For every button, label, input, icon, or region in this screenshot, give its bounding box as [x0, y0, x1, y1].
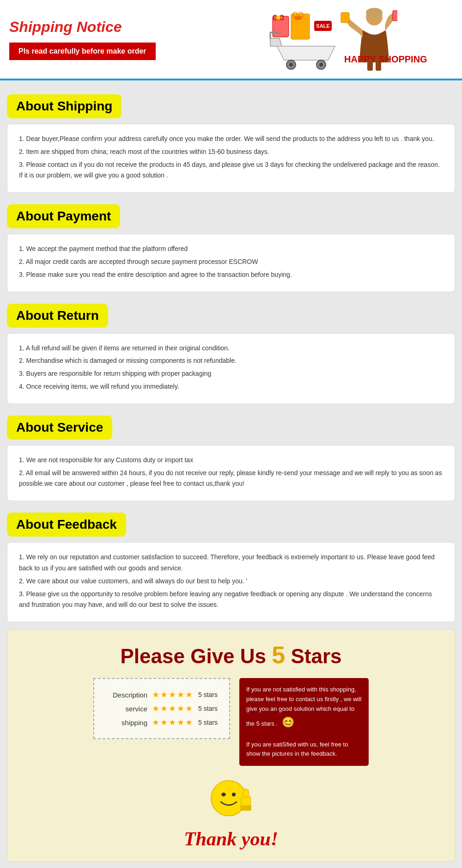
list-item: Dear buyer,Please confirm your address c… — [19, 134, 443, 145]
list-item: All email will be answered within 24 hou… — [19, 468, 443, 490]
page-header: Shipping Notice Pls read carefully befor… — [0, 0, 462, 80]
rating-label-shipping: shipping — [106, 719, 147, 727]
svg-rect-26 — [243, 789, 249, 797]
service-title: About Service — [16, 420, 103, 435]
service-list: We are not responsible for any Customs d… — [19, 455, 443, 489]
list-item: Merchandise which is damaged or missing … — [19, 355, 443, 367]
header-right: SALE HAPPY SHOPPING — [268, 7, 453, 72]
svg-point-11 — [319, 63, 323, 67]
cart-icon: SALE — [268, 7, 342, 72]
list-item: We care about our value customers, and w… — [19, 576, 443, 587]
svg-rect-3 — [276, 16, 280, 19]
payment-list: We accept the payment method that the pl… — [19, 244, 443, 280]
return-title: About Return — [16, 308, 99, 323]
rating-table: Description ★★★★★ 5 stars service ★★★★★ … — [93, 678, 230, 739]
heading-suffix: Stars — [285, 645, 341, 667]
list-item: Item are shipped from china; reach most … — [19, 147, 443, 158]
feedback-header: About Feedback — [7, 513, 126, 537]
svg-point-17 — [366, 8, 383, 17]
svg-rect-18 — [341, 12, 349, 23]
rating-row-shipping: shipping ★★★★★ 5 stars — [106, 717, 218, 727]
list-item: Please give us the opportunity to resolv… — [19, 589, 443, 611]
section-shipping: About Shipping Dear buyer,Please confirm… — [7, 87, 455, 193]
smiley-thumbsup-container — [17, 775, 445, 823]
read-banner: Pls read carefully before make order — [9, 43, 156, 60]
stars-service: ★★★★★ — [152, 703, 194, 714]
stars-description: ★★★★★ — [152, 690, 194, 700]
svg-rect-19 — [393, 11, 397, 21]
header-left: Shipping Notice Pls read carefully befor… — [9, 18, 268, 60]
feedback-content: We rely on our reputation and customer s… — [7, 542, 455, 622]
rating-label-description: Description — [106, 691, 147, 699]
payment-title: About Payment — [16, 209, 111, 224]
payment-content: We accept the payment method that the pl… — [7, 234, 455, 292]
heading-prefix: Please Give Us — [121, 645, 272, 667]
list-item: We rely on our reputation and customer s… — [19, 552, 443, 574]
svg-rect-28 — [240, 805, 251, 811]
heading-number: 5 — [272, 642, 285, 668]
section-payment: About Payment We accept the payment meth… — [7, 197, 455, 292]
rating-row-description: Description ★★★★★ 5 stars — [106, 690, 218, 700]
payment-header: About Payment — [7, 204, 120, 228]
rating-row-service: service ★★★★★ 5 stars — [106, 703, 218, 714]
section-service: About Service We are not responsible for… — [7, 409, 455, 501]
section-return: About Return A full refund will be given… — [7, 297, 455, 404]
main-content: About Shipping Dear buyer,Please confirm… — [0, 80, 462, 868]
thank-you-section: Thank you! — [17, 775, 445, 850]
shipping-title: About Shipping — [16, 99, 112, 114]
give-us-stars-heading: Please Give Us 5 Stars — [17, 641, 445, 669]
satisfaction-text-2: If you are satiSfied with us, feel free … — [246, 741, 348, 758]
return-content: A full refund will be given if items are… — [7, 333, 455, 404]
stars-count-shipping: 5 stars — [198, 719, 218, 726]
list-item: Once receiving items, we will refund you… — [19, 381, 443, 392]
satisfaction-box: If you are not satisfied with this shopp… — [239, 678, 369, 766]
shipping-header: About Shipping — [7, 94, 122, 118]
stars-content-area: Description ★★★★★ 5 stars service ★★★★★ … — [17, 678, 445, 766]
smiley-icon: 😊 — [282, 714, 294, 730]
thank-you-text: Thank you! — [17, 828, 445, 850]
list-item: Buyers are responsible for return shippi… — [19, 368, 443, 379]
satisfaction-text-1: If you are not satisfied with this shopp… — [246, 686, 361, 727]
svg-rect-7 — [295, 16, 301, 20]
stars-shipping: ★★★★★ — [152, 717, 194, 727]
shipping-content: Dear buyer,Please confirm your address c… — [7, 124, 455, 193]
stars-count-description: 5 stars — [198, 691, 218, 698]
list-item: A full refund will be given if items are… — [19, 343, 443, 354]
section-feedback: About Feedback We rely on our reputation… — [7, 506, 455, 622]
shipping-list: Dear buyer,Please confirm your address c… — [19, 134, 443, 181]
svg-point-9 — [289, 63, 293, 67]
svg-text:SALE: SALE — [316, 23, 329, 29]
happy-shopping-text: HAPPY SHOPPING — [344, 54, 427, 65]
list-item: Please contact us if you do not receive … — [19, 159, 443, 182]
smiley-thumbsup-icon — [208, 775, 254, 821]
list-item: All major credit cards are accepted thro… — [19, 257, 443, 268]
page-title: Shipping Notice — [9, 18, 268, 36]
service-content: We are not responsible for any Customs d… — [7, 445, 455, 501]
list-item: We are not responsible for any Customs d… — [19, 455, 443, 466]
stars-count-service: 5 stars — [198, 705, 218, 712]
return-header: About Return — [7, 304, 108, 328]
list-item: Please make sure you read the entire des… — [19, 269, 443, 281]
list-item: We accept the payment method that the pl… — [19, 244, 443, 255]
rating-label-service: service — [106, 705, 147, 713]
stars-section: Please Give Us 5 Stars Description ★★★★★… — [7, 629, 455, 862]
feedback-list: We rely on our reputation and customer s… — [19, 552, 443, 611]
return-list: A full refund will be given if items are… — [19, 343, 443, 392]
feedback-title: About Feedback — [16, 517, 117, 532]
service-header: About Service — [7, 416, 112, 440]
svg-point-24 — [232, 793, 236, 796]
